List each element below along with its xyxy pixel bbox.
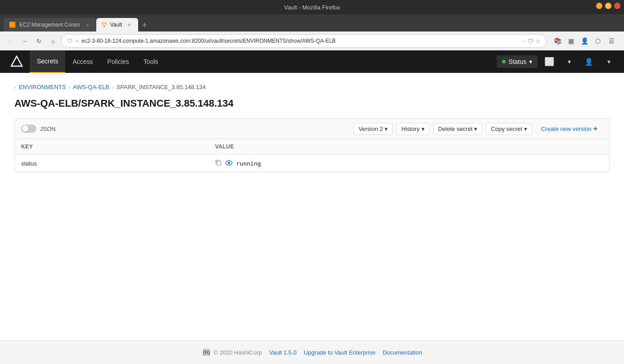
ec2-tab-close[interactable]: ✕ <box>84 21 91 28</box>
new-tab-btn[interactable]: + <box>138 19 151 31</box>
copy-secret-button[interactable]: Copy secret ▾ <box>486 123 532 135</box>
security-icon: 🛡 <box>67 38 72 44</box>
page-footer-wrapper: {H} © 2020 HashiCorp Vault 1.5.0 Upgrade… <box>0 340 624 343</box>
key-header: Key <box>21 144 215 150</box>
nav-right: Status ▾ ⬜ ▾ 👤 ▾ <box>497 54 617 70</box>
delete-secret-button[interactable]: Delete secret ▾ <box>433 123 483 135</box>
nav-tools[interactable]: Tools <box>136 50 166 73</box>
nav-user-btn[interactable]: 👤 <box>581 54 597 70</box>
library-icon[interactable]: 📚 <box>552 36 563 46</box>
nav-access[interactable]: Access <box>65 50 100 73</box>
page-content: ‹ ENVIRONMENTS ‹ AWS-QA-ELB › SPARK_INST… <box>0 73 624 343</box>
copy-value-icon[interactable] <box>215 159 222 167</box>
forward-btn[interactable]: → <box>18 35 31 47</box>
delete-chevron-icon: ▾ <box>474 126 477 132</box>
ec2-tab-icon: 🟧 <box>9 22 16 28</box>
toggle-thumb <box>22 126 28 132</box>
status-chevron: ▾ <box>529 58 532 65</box>
json-toggle[interactable] <box>21 125 36 133</box>
svg-point-3 <box>228 162 230 164</box>
nav-chevron-btn[interactable]: ▾ <box>561 54 577 70</box>
refresh-btn[interactable]: ↻ <box>32 35 45 47</box>
status-dot <box>502 60 506 63</box>
version-button[interactable]: Version 2 ▾ <box>354 123 393 135</box>
table-header: Key Value <box>15 139 609 155</box>
vault-logo-svg <box>10 55 23 68</box>
url-text: ec2-3-80-18-124.compute-1.amazonaws.com:… <box>81 38 518 44</box>
browser-title: Vault - Mozilla Firefox <box>284 4 340 11</box>
secret-table: Key Value status running <box>14 139 610 172</box>
address-bar: ← → ↻ ⌂ 🛡 ✎ ec2-3-80-18-124.compute-1.am… <box>0 31 624 50</box>
vault-logo[interactable] <box>7 52 26 71</box>
value-header: Value <box>215 144 603 150</box>
page-title: AWS-QA-ELB/SPARK_INSTANCE_3.85.148.134 <box>14 98 610 109</box>
nav-secrets[interactable]: Secrets <box>30 50 65 73</box>
vault-tab-label: Vault <box>110 22 122 28</box>
extensions-icon[interactable]: ⬡ <box>593 36 603 46</box>
close-browser-btn[interactable] <box>614 3 620 9</box>
key-cell-status: status <box>21 160 215 167</box>
browser-tabs: 🟧 EC2 Management Conso ✕ ▽ Vault ✕ + <box>0 14 624 31</box>
sidebar-icon[interactable]: ▦ <box>566 36 576 46</box>
page-footer: {H} © 2020 HashiCorp Vault 1.5.0 Upgrade… <box>0 340 624 343</box>
secret-toolbar: JSON Version 2 ▾ History ▾ Delete secret… <box>14 118 610 139</box>
url-bar[interactable]: 🛡 ✎ ec2-3-80-18-124.compute-1.amazonaws.… <box>61 34 547 48</box>
breadcrumb-chevron-2: ‹ <box>68 85 70 90</box>
ec2-tab-label: EC2 Management Conso <box>19 22 80 28</box>
shield-btn[interactable]: 🛡 <box>528 38 534 45</box>
vault-nav: Secrets Access Policies Tools Status ▾ ⬜… <box>0 50 624 73</box>
breadcrumb: ‹ ENVIRONMENTS ‹ AWS-QA-ELB › SPARK_INST… <box>14 84 610 90</box>
json-label: JSON <box>40 126 56 132</box>
browser-titlebar: Vault - Mozilla Firefox <box>0 0 624 14</box>
status-button[interactable]: Status ▾ <box>497 55 538 68</box>
url-actions: ··· 🛡 ☆ <box>521 38 541 45</box>
home-btn[interactable]: ⌂ <box>47 35 59 47</box>
copy-chevron-icon: ▾ <box>524 126 527 132</box>
tab-ec2[interactable]: 🟧 EC2 Management Conso ✕ <box>4 18 96 31</box>
maximize-btn[interactable] <box>605 3 611 9</box>
tab-vault[interactable]: ▽ Vault ✕ <box>96 18 138 31</box>
table-row: status running <box>15 155 609 172</box>
history-button[interactable]: History ▾ <box>396 123 429 135</box>
vault-tab-close[interactable]: ✕ <box>126 21 133 28</box>
create-plus-icon: + <box>593 125 597 133</box>
svg-marker-0 <box>11 56 22 66</box>
breadcrumb-chevron-3: › <box>112 85 114 90</box>
back-btn[interactable]: ← <box>4 35 16 47</box>
value-text-status: running <box>236 160 261 167</box>
breadcrumb-current: SPARK_INSTANCE_3.85.148.134 <box>117 84 206 90</box>
breadcrumb-aws-qa-elb[interactable]: AWS-QA-ELB <box>73 84 109 90</box>
breadcrumb-chevron-1: ‹ <box>14 85 16 90</box>
edit-url-icon: ✎ <box>75 39 79 44</box>
browser-toolbar-right: 📚 ▦ 👤 ⬡ ☰ <box>548 36 620 46</box>
value-cell-status: running <box>215 159 603 167</box>
url-more-btn[interactable]: ··· <box>521 38 526 45</box>
version-chevron-icon: ▾ <box>385 126 388 132</box>
history-chevron-icon: ▾ <box>422 126 425 132</box>
profile-icon[interactable]: 👤 <box>579 36 590 46</box>
toggle-visibility-icon[interactable] <box>225 160 233 167</box>
breadcrumb-environments[interactable]: ENVIRONMENTS <box>19 84 66 90</box>
minimize-btn[interactable] <box>596 3 602 9</box>
menu-icon[interactable]: ☰ <box>606 36 617 46</box>
bookmark-btn[interactable]: ☆ <box>535 38 541 45</box>
svg-rect-1 <box>217 161 221 165</box>
create-new-version-button[interactable]: Create new version + <box>536 122 603 135</box>
vault-tab-icon: ▽ <box>102 21 107 28</box>
nav-terminal-btn[interactable]: ⬜ <box>541 54 557 70</box>
nav-policies[interactable]: Policies <box>100 50 136 73</box>
nav-menu-btn[interactable]: ▾ <box>601 54 617 70</box>
